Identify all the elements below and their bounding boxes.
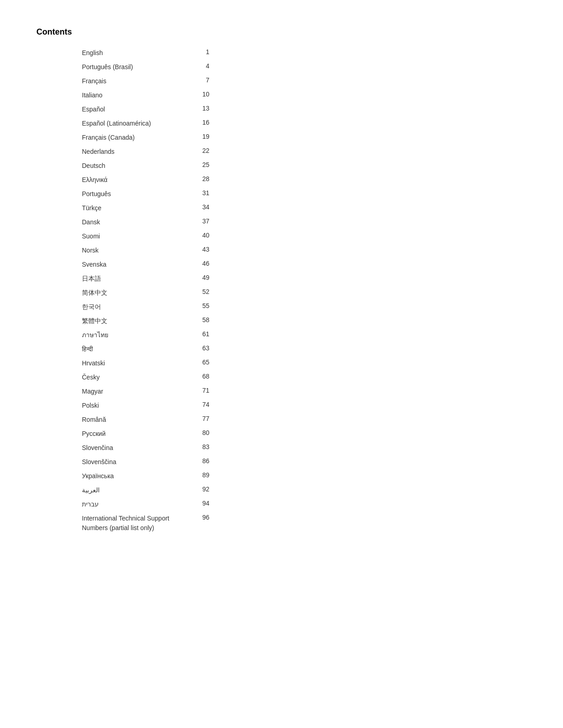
toc-label: 繁體中文 (82, 316, 193, 326)
page-title: Contents (36, 27, 527, 37)
toc-page: 49 (202, 274, 209, 281)
toc-page: 37 (202, 217, 209, 225)
toc-label: Dansk (82, 217, 193, 227)
toc-page: 31 (202, 189, 209, 197)
toc-label: Español (82, 105, 193, 114)
toc-page: 71 (202, 387, 209, 394)
toc-label: Français (82, 76, 197, 86)
toc-page: 58 (202, 316, 209, 324)
toc-page: 1 (206, 48, 209, 56)
toc-label: 日本語 (82, 274, 193, 283)
toc-row: Español (Latinoamérica)16 (82, 116, 209, 131)
toc-row: 繁體中文58 (82, 314, 209, 328)
toc-page: 83 (202, 443, 209, 450)
toc-page: 77 (202, 415, 209, 422)
toc-row: ภาษาไทย61 (82, 328, 209, 342)
toc-row: Deutsch25 (82, 159, 209, 173)
toc-label: Português (82, 189, 193, 199)
toc-row: 한국어55 (82, 300, 209, 314)
toc-row: Português (Brasil)4 (82, 60, 209, 74)
toc-row: Magyar71 (82, 384, 209, 399)
toc-row: Ελληνικά28 (82, 173, 209, 187)
toc-row: Português31 (82, 187, 209, 201)
toc-row: Polski74 (82, 399, 209, 413)
toc-page: 4 (206, 62, 209, 70)
toc-row: Norsk43 (82, 243, 209, 258)
toc-label: International Technical Support Numbers … (82, 514, 193, 533)
toc-page: 52 (202, 288, 209, 295)
toc-row: Česky68 (82, 370, 209, 384)
toc-page: 55 (202, 302, 209, 309)
toc-label: Suomi (82, 232, 193, 241)
toc-row: Dansk37 (82, 215, 209, 229)
toc-label: Polski (82, 401, 193, 410)
toc-row: Svenska46 (82, 258, 209, 272)
toc-label: Magyar (82, 387, 193, 396)
toc-page: 68 (202, 373, 209, 380)
toc-row: Română77 (82, 413, 209, 427)
toc-page: 43 (202, 246, 209, 253)
toc-page: 63 (202, 344, 209, 352)
toc-label: Slovenčina (82, 443, 193, 453)
toc-row: Suomi40 (82, 229, 209, 243)
toc-row: International Technical Support Numbers … (82, 511, 209, 535)
toc-page: 74 (202, 401, 209, 408)
toc-label: हिन्दी (82, 344, 193, 354)
page: Contents English1Português (Brasil)4Fran… (0, 0, 563, 562)
toc-page: 10 (202, 91, 209, 98)
toc-label: Türkçe (82, 203, 193, 213)
toc-page: 92 (202, 485, 209, 493)
toc-row: Español13 (82, 102, 209, 116)
toc-label: Italiano (82, 91, 193, 100)
toc-label: Русский (82, 429, 193, 439)
toc-page: 25 (202, 161, 209, 168)
toc-page: 19 (202, 133, 209, 140)
toc-label: العربية (82, 485, 193, 495)
toc-row: Italiano10 (82, 88, 209, 102)
toc-row: Français7 (82, 74, 209, 88)
toc-row: Nederlands22 (82, 145, 209, 159)
toc-row: Slovenščina86 (82, 455, 209, 469)
toc-page: 86 (202, 457, 209, 465)
toc-row: English1 (82, 46, 209, 60)
toc-label: Svenska (82, 260, 193, 269)
toc-page: 46 (202, 260, 209, 267)
toc-row: עברית94 (82, 497, 209, 511)
toc-label: ภาษาไทย (82, 330, 193, 340)
toc-row: Русский80 (82, 427, 209, 441)
toc-page: 16 (202, 119, 209, 126)
toc-label: Українська (82, 471, 193, 481)
toc-label: Español (Latinoamérica) (82, 119, 193, 128)
toc-page: 80 (202, 429, 209, 436)
toc-page: 28 (202, 175, 209, 182)
toc-row: Hrvatski65 (82, 356, 209, 370)
toc-label: Ελληνικά (82, 175, 193, 185)
toc-row: हिन्दी63 (82, 342, 209, 356)
toc-row: Slovenčina83 (82, 441, 209, 455)
toc-label: Česky (82, 373, 193, 382)
toc-row: 简体中文52 (82, 286, 209, 300)
toc-page: 13 (202, 105, 209, 112)
toc-page: 61 (202, 330, 209, 338)
toc-label: English (82, 48, 197, 58)
toc-row: 日本語49 (82, 272, 209, 286)
toc-label: Nederlands (82, 147, 193, 157)
toc-label: Slovenščina (82, 457, 193, 467)
toc-page: 22 (202, 147, 209, 154)
toc-page: 7 (206, 76, 209, 84)
toc-label: Română (82, 415, 193, 425)
toc-label: Hrvatski (82, 359, 193, 368)
toc-row: Türkçe34 (82, 201, 209, 215)
toc-page: 65 (202, 359, 209, 366)
toc-row: Français (Canada)19 (82, 131, 209, 145)
toc-page: 96 (202, 514, 209, 521)
toc-page: 94 (202, 500, 209, 507)
toc-page: 89 (202, 471, 209, 479)
toc-label: Français (Canada) (82, 133, 193, 142)
toc-label: Português (Brasil) (82, 62, 197, 72)
toc-row: العربية92 (82, 483, 209, 497)
toc-page: 34 (202, 203, 209, 211)
toc-page: 40 (202, 232, 209, 239)
toc-label: עברית (82, 500, 193, 509)
toc-table: English1Português (Brasil)4Français7Ital… (82, 46, 209, 535)
